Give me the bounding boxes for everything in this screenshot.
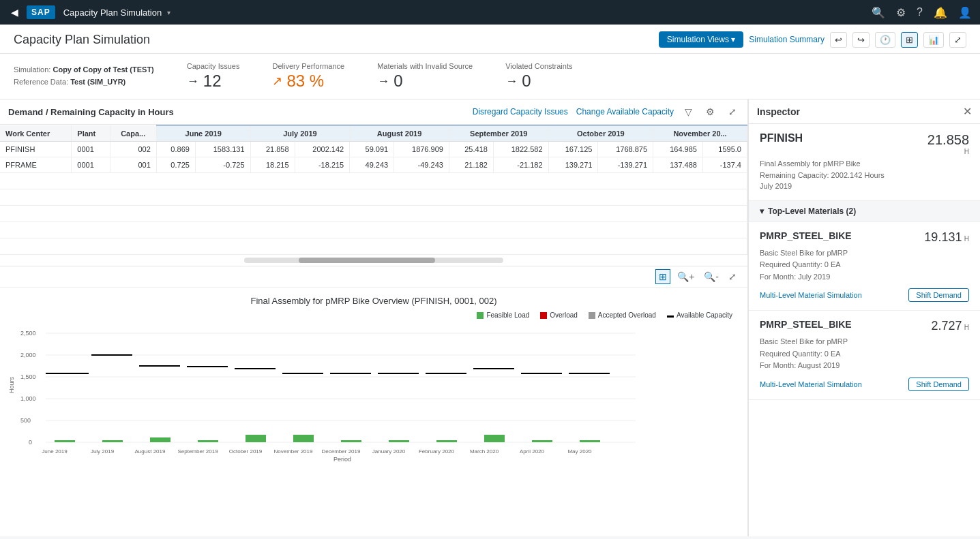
bar-july (102, 440, 123, 442)
svg-text:January 2020: January 2020 (372, 448, 406, 455)
svg-text:April 2020: April 2020 (520, 448, 545, 455)
delivery-perf-arrow: ↗ (272, 74, 282, 89)
cell-value: 1768.875 (598, 142, 653, 157)
horizontal-scrollbar[interactable] (244, 258, 503, 263)
simulation-views-button[interactable]: Simulation Views ▾ (659, 31, 744, 48)
help-icon[interactable]: ? (917, 6, 923, 18)
fullscreen-chart-btn[interactable]: ⤢ (726, 269, 739, 284)
material-actions-2: Multi-Level Material Simulation Shift De… (760, 378, 969, 391)
inspector-close-btn[interactable]: ✕ (963, 105, 972, 118)
legend-available-label: Available Capacity (677, 311, 732, 319)
col-october-2019: October 2019 (548, 125, 653, 142)
kpi-delivery-performance: Delivery Performance ↗ 83 % (272, 62, 344, 91)
cell-value: 21.182 (449, 157, 493, 173)
ref-value: Test (SIM_UYR) (70, 78, 125, 86)
table-row-empty (0, 173, 747, 189)
material-unit-2: H (964, 324, 969, 331)
section-title: Top-Level Materials (2) (768, 206, 856, 216)
expand-button[interactable]: ⤢ (949, 32, 966, 48)
accepted-overload-color (589, 312, 595, 319)
violated-constraints-label: Violated Constraints (505, 62, 572, 70)
cell-capa: 001 (110, 157, 156, 173)
settings-icon-btn[interactable]: ⚙ (703, 105, 717, 119)
nav-chevron-icon[interactable]: ▾ (167, 9, 170, 16)
col-august-2019: August 2019 (350, 125, 449, 142)
cell-value: -18.215 (295, 157, 350, 173)
kpi-violated-constraints: Violated Constraints → 0 (505, 62, 572, 91)
inspector-panel: Inspector ✕ PFINISH 21.858 H Final Assem… (748, 99, 980, 536)
col-june-2019: June 2019 (156, 125, 250, 142)
cell-value: -0.725 (195, 157, 250, 173)
cell-work-center: PFINISH (0, 142, 72, 157)
notification-icon[interactable]: 🔔 (934, 6, 947, 19)
svg-text:February 2020: February 2020 (419, 448, 455, 455)
materials-invalid-value: 0 (394, 72, 402, 91)
zoom-out-btn[interactable]: 🔍- (701, 269, 722, 284)
capacity-issues-label: Capacity Issues (187, 62, 240, 70)
chart-view-button[interactable]: 📊 (923, 32, 944, 48)
materials-invalid-arrow: → (377, 74, 389, 89)
cell-value: 0.725 (156, 157, 195, 173)
cell-value: 1876.909 (394, 142, 449, 157)
zoom-in-btn[interactable]: 🔍+ (674, 269, 697, 284)
table-scroll[interactable]: Work Center Plant Capa... June 2019 July… (0, 125, 747, 255)
bar-apr (532, 440, 552, 442)
table-icon-btn[interactable]: ⊞ (655, 269, 670, 284)
chart-toolbar: ⊞ 🔍+ 🔍- ⤢ (0, 266, 747, 288)
material-link-2[interactable]: Multi-Level Material Simulation (760, 380, 862, 388)
cell-value: 139.271 (548, 157, 598, 173)
svg-text:September 2019: September 2019 (177, 448, 218, 455)
settings-icon[interactable]: ⚙ (896, 6, 906, 19)
table-row-empty (0, 189, 747, 206)
disregard-capacity-link[interactable]: Disregard Capacity Issues (473, 107, 568, 117)
table-row[interactable]: PFRAME 0001 001 0.725 -0.725 18.215 -18.… (0, 157, 747, 173)
svg-text:October 2019: October 2019 (229, 448, 263, 455)
bar-dec (341, 440, 361, 442)
col-july-2019: July 2019 (250, 125, 350, 142)
shift-demand-btn-2[interactable]: Shift Demand (908, 378, 969, 391)
material-item-2: PMRP_STEEL_BIKE 2.727 H Basic Steel Bike… (749, 311, 980, 400)
material-link-1[interactable]: Multi-Level Material Simulation (760, 291, 862, 299)
inspector-main-value: 21.858 (927, 132, 969, 147)
cell-value: 1595.0 (702, 142, 747, 157)
cell-value: 49.243 (350, 157, 394, 173)
svg-text:March 2020: March 2020 (470, 448, 499, 455)
clock-button[interactable]: 🕐 (875, 32, 895, 48)
back-button[interactable]: ◀ (8, 4, 21, 20)
fullscreen-icon[interactable]: ⤢ (726, 105, 739, 119)
nav-icons: 🔍 ⚙ ? 🔔 👤 (872, 6, 972, 19)
bar-mar (484, 435, 505, 442)
page-title: Capacity Plan Simulation (14, 33, 150, 47)
table-row[interactable]: PFINISH 0001 002 0.869 1583.131 21.858 2… (0, 142, 747, 157)
material-name-2: PMRP_STEEL_BIKE (760, 319, 852, 330)
change-capacity-btn[interactable]: Change Available Capacity (576, 107, 674, 117)
inspector-title: Inspector (757, 106, 800, 117)
bar-oct (246, 435, 266, 442)
simulation-summary-link[interactable]: Simulation Summary (749, 35, 825, 44)
user-icon[interactable]: 👤 (958, 6, 972, 19)
search-icon[interactable]: 🔍 (872, 6, 885, 19)
col-work-center: Work Center (0, 125, 72, 142)
filter-icon[interactable]: ▽ (682, 105, 695, 119)
redo-button[interactable]: ↪ (852, 32, 870, 48)
cell-value: -139.271 (598, 157, 653, 173)
table-row-empty (0, 238, 747, 255)
shift-demand-btn-1[interactable]: Shift Demand (908, 288, 969, 302)
cell-work-center: PFRAME (0, 157, 72, 173)
svg-text:November 2019: November 2019 (274, 448, 313, 455)
col-capa: Capa... (110, 125, 156, 142)
svg-text:August 2019: August 2019 (135, 448, 166, 455)
delivery-perf-label: Delivery Performance (272, 62, 344, 70)
delivery-perf-value: 83 % (286, 72, 324, 91)
cell-plant: 0001 (72, 157, 110, 173)
table-view-button[interactable]: ⊞ (901, 32, 918, 48)
collapse-icon[interactable]: ▾ (760, 206, 764, 216)
svg-text:June 2019: June 2019 (42, 448, 68, 455)
chart-legend: Feasible Load Overload Accepted Overload… (477, 311, 732, 319)
undo-button[interactable]: ↩ (830, 32, 847, 48)
bar-may (580, 440, 600, 442)
material-value-2: 2.727 (931, 319, 962, 333)
bar-jan (389, 440, 409, 442)
demand-section: Demand / Remaining Capacity in Hours Dis… (0, 99, 747, 266)
cell-value: 1822.582 (493, 142, 548, 157)
